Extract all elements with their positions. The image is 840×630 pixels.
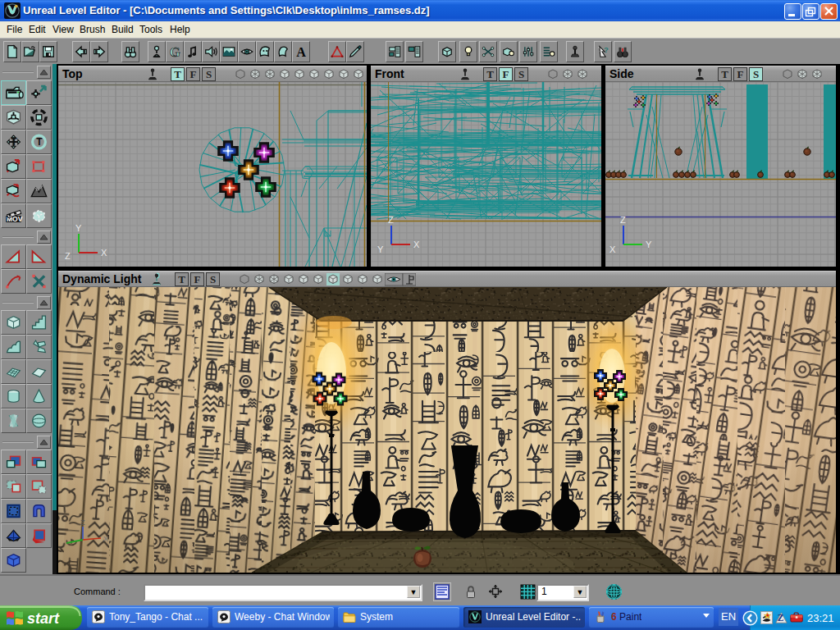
svg-text:X: X [413,240,420,249]
svg-text:T: T [11,136,17,148]
svg-text:start: start [27,610,60,627]
svg-text:Z: Z [620,215,626,225]
svg-text:X: X [101,248,107,258]
svg-text:?: ? [604,45,609,54]
svg-text:Y: Y [75,223,82,233]
svg-text:Z: Z [778,613,784,623]
svg-text:G: G [170,44,180,60]
svg-text:Y: Y [646,240,652,249]
svg-text:T: T [36,136,43,148]
svg-text:A: A [296,45,306,59]
svg-text:Z: Z [388,215,394,225]
svg-text:Y: Y [377,244,384,254]
svg-text:Z: Z [80,518,85,527]
svg-text:X: X [609,244,616,254]
svg-text:Z: Z [65,251,71,261]
svg-text:X: X [103,535,108,543]
